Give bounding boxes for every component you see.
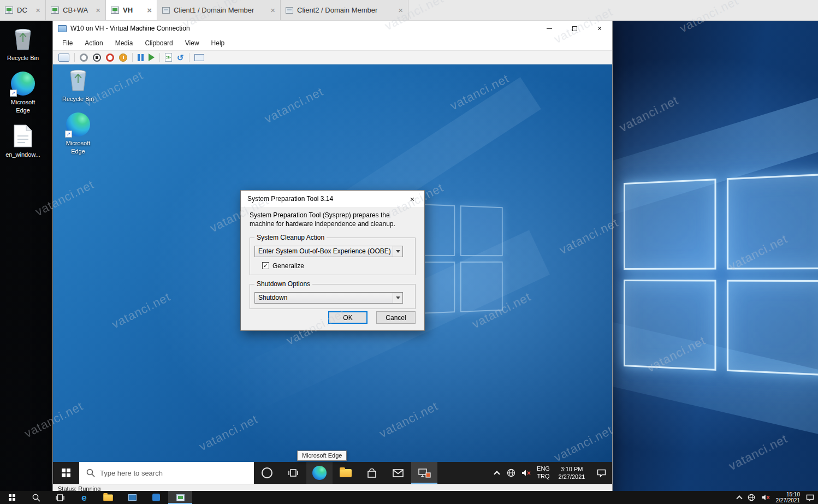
turn-off-icon[interactable] <box>93 54 101 62</box>
vmconnect-title-bar[interactable]: W10 on VH - Virtual Machine Connection × <box>53 21 612 36</box>
generalize-checkbox-row[interactable]: Generalize <box>262 262 411 270</box>
search-input[interactable] <box>100 469 242 477</box>
shortcut-arrow-icon: ↗ <box>10 90 17 97</box>
revert-icon[interactable]: ↺ <box>177 54 184 62</box>
cleanup-action-group: System Cleanup Action Enter System Out-o… <box>250 238 416 275</box>
host-task-view-button[interactable] <box>48 491 72 504</box>
menu-action[interactable]: Action <box>79 39 109 47</box>
vmconnect-window: W10 on VH - Virtual Machine Connection ×… <box>53 21 612 496</box>
windows-logo-wallpaper <box>624 173 818 376</box>
dialog-close-icon[interactable]: × <box>400 191 424 207</box>
maximize-button[interactable] <box>562 21 587 36</box>
shutdown-options-group: Shutdown Options Shutdown <box>250 284 416 309</box>
shutdown-options-dropdown[interactable]: Shutdown <box>254 292 403 304</box>
checkbox-checked-icon[interactable] <box>262 262 269 269</box>
menu-clipboard[interactable]: Clipboard <box>139 39 179 47</box>
desktop-icon-edge[interactable]: ↗ Microsoft Edge <box>55 112 101 155</box>
vm-taskbar: ENG TRQ 3:10 PM 2/27/2021 <box>53 462 612 484</box>
tab-close-icon[interactable]: × <box>395 6 403 14</box>
tab-client1[interactable]: Client1 / Domain Member × <box>157 0 281 20</box>
language-indicator[interactable]: ENG TRQ <box>534 462 553 484</box>
tab-close-icon[interactable]: × <box>144 6 152 14</box>
tab-vh[interactable]: VH × <box>106 0 157 20</box>
file-icon <box>13 124 33 148</box>
host-taskbar: e 15:10 2/27/2021 <box>0 491 818 504</box>
search-icon <box>86 469 95 477</box>
ok-button[interactable]: OK <box>328 311 367 324</box>
host-edge-button[interactable]: e <box>72 491 96 504</box>
close-button[interactable]: × <box>587 21 612 36</box>
notifications-icon[interactable] <box>806 494 814 501</box>
host-search-button[interactable] <box>24 491 48 504</box>
host-file-explorer-button[interactable] <box>96 491 120 504</box>
tab-close-icon[interactable]: × <box>267 6 275 14</box>
icon-label: en_window... <box>5 151 40 158</box>
cortana-button[interactable] <box>254 462 280 484</box>
mail-button[interactable] <box>385 462 411 484</box>
server-icon <box>111 7 119 14</box>
edge-taskbar-button[interactable] <box>306 462 333 484</box>
start-vm-icon[interactable] <box>80 54 88 62</box>
taskbar-tooltip: Microsoft Edge <box>297 450 347 461</box>
action-center-button[interactable] <box>590 462 612 484</box>
shut-down-icon[interactable] <box>106 54 114 62</box>
file-explorer-icon <box>340 469 352 477</box>
clock-date: 2/27/2021 <box>559 473 585 481</box>
host-clock[interactable]: 15:10 2/27/2021 <box>776 491 801 504</box>
tab-close-icon[interactable]: × <box>92 6 100 14</box>
tray-expand-button[interactable] <box>490 462 504 484</box>
tab-cbwa[interactable]: CB+WA × <box>46 0 106 20</box>
network-tray-button[interactable] <box>504 462 518 484</box>
vmconnect-menu-bar: File Action Media Clipboard View Help <box>53 36 612 50</box>
host-app-button-1[interactable] <box>120 491 144 504</box>
minimize-button[interactable] <box>537 21 562 36</box>
reset-icon[interactable] <box>149 54 155 61</box>
desktop-icon-recycle-bin[interactable]: Recycle Bin <box>0 26 46 62</box>
menu-help[interactable]: Help <box>205 39 231 47</box>
tab-label: Client2 / Domain Member <box>297 6 377 14</box>
host-active-app-button[interactable] <box>168 491 192 504</box>
network-globe-icon[interactable] <box>748 494 755 501</box>
dialog-title-bar[interactable]: System Preparation Tool 3.14 × <box>241 191 424 207</box>
pause-icon[interactable] <box>138 54 144 61</box>
start-button[interactable] <box>53 462 79 484</box>
file-explorer-button[interactable] <box>333 462 359 484</box>
menu-media[interactable]: Media <box>109 39 139 47</box>
tab-dc[interactable]: DC × <box>0 0 46 20</box>
tab-client2[interactable]: Client2 / Domain Member × <box>281 0 408 20</box>
enhanced-session-icon[interactable] <box>194 54 204 61</box>
tab-close-icon[interactable]: × <box>32 6 40 14</box>
menu-file[interactable]: File <box>56 39 79 47</box>
host-desktop-icons: Recycle Bin ↗ Microsoft Edge en_window..… <box>0 26 46 168</box>
desktop-icon-iso-file[interactable]: en_window... <box>0 124 46 158</box>
network-app-button[interactable] <box>411 462 437 484</box>
chevron-up-icon[interactable] <box>736 495 742 501</box>
server-icon <box>5 7 13 14</box>
cleanup-action-dropdown[interactable]: Enter System Out-of-Box Experience (OOBE… <box>254 246 403 257</box>
dialog-title: System Preparation Tool 3.14 <box>247 195 333 203</box>
icon-label: Microsoft Edge <box>61 139 95 155</box>
volume-tray-button[interactable] <box>518 462 534 484</box>
recycle-bin-icon <box>66 67 90 92</box>
chevron-down-icon[interactable] <box>393 293 402 303</box>
task-view-button[interactable] <box>280 462 306 484</box>
desktop-icon-recycle-bin[interactable]: Recycle Bin <box>55 67 101 103</box>
toolbar-separator <box>159 53 160 62</box>
checkpoint-icon[interactable]: ≫ <box>165 53 172 62</box>
store-button[interactable] <box>359 462 385 484</box>
window-controls: × <box>537 21 612 36</box>
sysprep-dialog: System Preparation Tool 3.14 × System Pr… <box>240 190 425 331</box>
server-icon <box>51 7 59 14</box>
taskbar-search[interactable] <box>79 462 254 484</box>
chevron-down-icon[interactable] <box>393 246 402 257</box>
host-app-button-2[interactable] <box>144 491 168 504</box>
host-system-tray: 15:10 2/27/2021 <box>737 491 818 504</box>
host-start-button[interactable] <box>0 491 24 504</box>
ctrl-alt-del-icon[interactable] <box>58 54 69 62</box>
clock[interactable]: 3:10 PM 2/27/2021 <box>553 462 590 484</box>
volume-muted-icon[interactable] <box>761 494 770 501</box>
menu-view[interactable]: View <box>179 39 205 47</box>
save-state-icon[interactable] <box>119 54 127 62</box>
desktop-icon-edge[interactable]: ↗ Microsoft Edge <box>0 72 46 114</box>
cancel-button[interactable]: Cancel <box>376 311 416 324</box>
